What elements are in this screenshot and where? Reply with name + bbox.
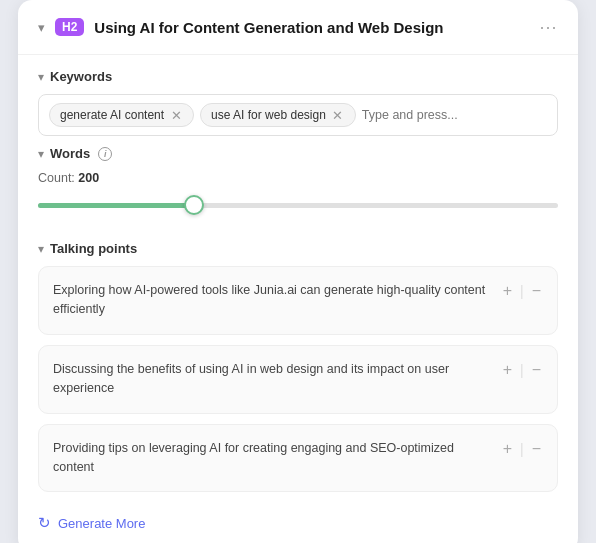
words-label: Words [50,146,90,161]
page-title: Using AI for Content Generation and Web … [94,19,529,36]
keyword-remove-button[interactable]: ✕ [169,108,183,122]
keyword-tag-text: generate AI content [60,108,164,122]
words-chevron-icon: ▾ [38,147,44,161]
add-talking-point-button[interactable]: + [501,283,514,299]
talking-point-text: Discussing the benefits of using AI in w… [53,360,491,399]
keywords-input-area[interactable]: generate AI content ✕ use AI for web des… [38,94,558,136]
talking-point-text: Exploring how AI-powered tools like Juni… [53,281,491,320]
talking-point-card: Discussing the benefits of using AI in w… [38,345,558,414]
keyword-input[interactable] [362,108,547,122]
talking-point-actions: + | − [501,283,543,299]
talking-points-label: Talking points [50,241,137,256]
talking-point-actions: + | − [501,441,543,457]
main-card: ▾ H2 Using AI for Content Generation and… [18,0,578,543]
talking-point-text: Providing tips on leveraging AI for crea… [53,439,491,478]
words-section: ▾ Words i Count: 200 [18,136,578,217]
card-header: ▾ H2 Using AI for Content Generation and… [18,0,578,55]
slider-fill [38,203,194,208]
action-divider: | [520,362,524,378]
talking-points-section: ▾ Talking points Exploring how AI-powere… [18,227,578,492]
menu-icon[interactable]: ⋯ [539,16,558,38]
collapse-icon[interactable]: ▾ [38,20,45,35]
word-count-label: Count: 200 [38,171,558,185]
remove-talking-point-button[interactable]: − [530,362,543,378]
keywords-section: ▾ Keywords generate AI content ✕ use AI … [18,55,578,136]
talking-points-chevron-icon: ▾ [38,242,44,256]
keywords-section-header[interactable]: ▾ Keywords [38,69,558,84]
add-talking-point-button[interactable]: + [501,362,514,378]
keyword-tag: use AI for web design ✕ [200,103,356,127]
talking-points-section-header[interactable]: ▾ Talking points [38,241,558,256]
word-count-value: 200 [78,171,99,185]
talking-point-card: Providing tips on leveraging AI for crea… [38,424,558,493]
slider-thumb[interactable] [184,195,204,215]
generate-more-section: ↻ Generate More [18,502,578,532]
action-divider: | [520,283,524,299]
keyword-tag: generate AI content ✕ [49,103,194,127]
refresh-icon: ↻ [38,514,51,532]
action-divider: | [520,441,524,457]
slider-track [38,203,558,208]
remove-talking-point-button[interactable]: − [530,441,543,457]
generate-more-button[interactable]: Generate More [58,516,145,531]
talking-point-actions: + | − [501,362,543,378]
keyword-tag-text: use AI for web design [211,108,326,122]
words-section-header[interactable]: ▾ Words i [38,146,558,161]
info-icon: i [98,147,112,161]
remove-talking-point-button[interactable]: − [530,283,543,299]
keyword-remove-button[interactable]: ✕ [331,108,345,122]
keywords-chevron-icon: ▾ [38,70,44,84]
word-count-slider-container [38,193,558,217]
h2-badge: H2 [55,18,84,36]
add-talking-point-button[interactable]: + [501,441,514,457]
keywords-label: Keywords [50,69,112,84]
talking-point-card: Exploring how AI-powered tools like Juni… [38,266,558,335]
